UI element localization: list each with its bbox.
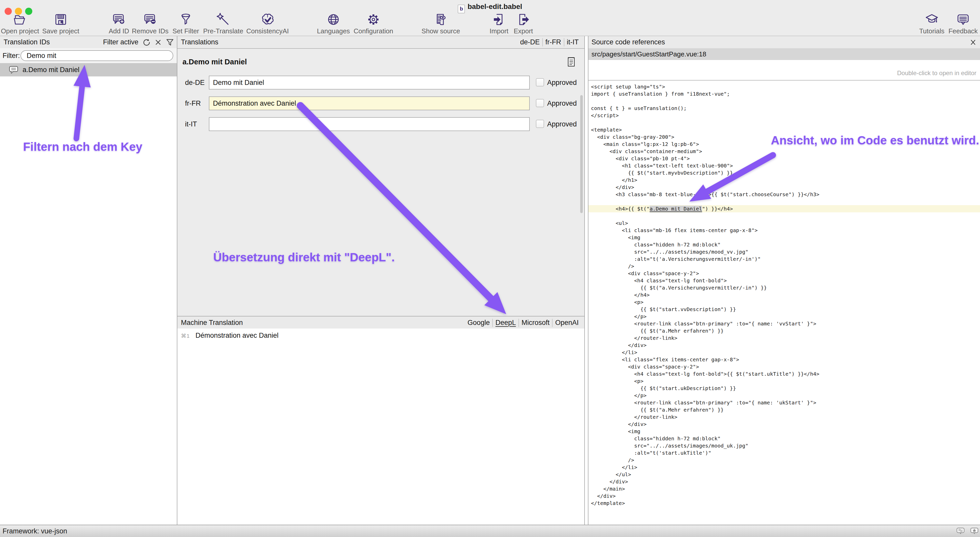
code-line: <div class="space-y-2">: [589, 270, 980, 277]
export-icon: [516, 12, 530, 27]
filter-input[interactable]: [21, 50, 173, 61]
export-button[interactable]: Export: [495, 12, 552, 35]
refresh-icon[interactable]: [142, 38, 151, 47]
approved-label: Approved: [547, 99, 577, 107]
approved-checkbox-de[interactable]: [536, 78, 544, 86]
file-reference: src/pages/start/GuestStartPage.vue:18: [592, 50, 706, 58]
source-code-panel: Source code references src/pages/start/G…: [588, 36, 980, 525]
translation-ids-header: Translation IDs Filter active: [0, 36, 177, 49]
code-line: <h1 class="text-left text-blue-900">: [589, 162, 980, 169]
approved-label: Approved: [547, 120, 577, 128]
lang-tab-fr[interactable]: fr-FR: [543, 38, 563, 46]
code-line: <div class="container-medium">: [589, 148, 980, 155]
filter-funnel-icon[interactable]: [165, 38, 174, 47]
code-line: </div>: [589, 492, 980, 500]
code-lines: <script setup lang="ts">import { useTran…: [589, 83, 980, 507]
lang-label: fr-FR: [185, 99, 200, 107]
translation-id-item[interactable]: a.Demo mit Daniel: [0, 63, 177, 76]
feedback-bubble-icon: [956, 12, 970, 27]
translation-input-fr[interactable]: [209, 96, 530, 110]
code-line: {{ $t("start.myvbvDescription") }}: [589, 169, 980, 177]
translation-input-it[interactable]: [209, 117, 530, 131]
code-line: const { t } = useTranslation();: [589, 105, 980, 112]
machine-translation-header: Machine Translation Google DeepL Microso…: [177, 316, 584, 330]
panel-title: Source code references: [592, 38, 665, 46]
mt-tab-openai[interactable]: OpenAI: [552, 319, 581, 327]
save-project-button[interactable]: Save project: [33, 12, 89, 35]
code-line: <router-link class="btn-primary" :to="{ …: [589, 399, 980, 406]
close-panel-icon[interactable]: [969, 38, 977, 46]
mt-tab-microsoft[interactable]: Microsoft: [519, 319, 552, 327]
code-line: />: [589, 263, 980, 270]
code-line: <div class="pb-10 pt-4">: [589, 155, 980, 162]
translation-row-fr: fr-FR Approved: [177, 96, 584, 110]
mt-tab-deepl[interactable]: DeepL: [493, 319, 519, 327]
mt-tab-google[interactable]: Google: [465, 319, 492, 327]
code-line: <h4 class="text-lg font-bold">{{ $t("sta…: [589, 370, 980, 378]
lang-label: de-DE: [185, 79, 205, 87]
translations-header: Translations de-DE fr-FR it-IT: [177, 36, 584, 49]
code-line: <div class="space-y-2">: [589, 363, 980, 370]
code-line: </main>: [589, 485, 980, 492]
waves-bubble-icon[interactable]: [956, 527, 965, 535]
code-line: <main class="lg:px-12 lg:pb-6">: [589, 140, 980, 148]
gear-icon: [366, 12, 380, 27]
code-line: :alt="t('start.ukTitle')": [589, 449, 980, 456]
consistency-ai-button[interactable]: ConsistencyAI: [239, 12, 296, 35]
translation-id-label: a.Demo mit Daniel: [22, 66, 80, 74]
lang-tab-it[interactable]: it-IT: [564, 38, 581, 46]
mt-result-text: Démonstration avec Daniel: [196, 331, 278, 339]
machine-translation-body: ⌘1 Démonstration avec Daniel: [177, 328, 584, 525]
code-line: src="../../assets/images/mood_vv.jpg": [589, 248, 980, 255]
code-line: [589, 212, 980, 220]
doc-eye-icon: [434, 12, 448, 27]
panel-title: Translation IDs: [3, 38, 50, 46]
code-line: <h4 class="text-lg font-bold">: [589, 277, 980, 284]
code-line: <img: [589, 234, 980, 241]
code-line: {{ $t("start.ukDescription") }}: [589, 385, 980, 392]
scrollbar-thumb[interactable]: [580, 95, 583, 213]
notes-icon[interactable]: [567, 57, 575, 67]
code-line: class="hidden h-72 md:block": [589, 241, 980, 248]
file-reference-row[interactable]: src/pages/start/GuestStartPage.vue:18: [589, 48, 980, 60]
framework-status: Framework: vue-json: [3, 527, 67, 535]
star-bubble-icon[interactable]: [970, 527, 978, 535]
code-line: </script>: [589, 112, 980, 119]
save-floppy-icon: [54, 12, 68, 27]
approved-checkbox-fr[interactable]: [536, 99, 544, 107]
code-line: </router-link>: [589, 335, 980, 342]
code-line: {{ $t("a.Versicherungsvermittler/-in") }…: [589, 284, 980, 291]
code-line: </template>: [589, 500, 980, 507]
code-line: <div class="bg-gray-200">: [589, 133, 980, 140]
code-line: </h1>: [589, 177, 980, 183]
code-line: </div>: [589, 183, 980, 191]
translation-ids-panel: Translation IDs Filter active Filter: a.…: [0, 36, 177, 525]
open-folder-icon: [13, 12, 27, 27]
code-line: <li class="flex items-center gap-x-8">: [589, 356, 980, 363]
code-line: class="hidden h-72 md:block": [589, 435, 980, 442]
translation-input-de[interactable]: [209, 76, 530, 89]
titlebar: bbabel-edit.babel Open project Save proj…: [0, 0, 980, 36]
configuration-button[interactable]: Configuration: [345, 12, 402, 35]
open-in-editor-hint: Double-click to open in editor: [897, 70, 977, 76]
code-line: />: [589, 456, 980, 464]
comment-bubble-icon: [9, 66, 19, 74]
approved-label: Approved: [547, 79, 577, 87]
code-line: <p>: [589, 378, 980, 385]
clear-filter-icon[interactable]: [154, 38, 162, 46]
filter-label: Filter:: [3, 52, 20, 60]
panel-title: Machine Translation: [181, 319, 243, 327]
window-title: bbabel-edit.babel: [0, 3, 980, 13]
code-line: </div>: [589, 421, 980, 428]
code-line: :alt="t('a.Versicherungsvermittler/-in')…: [589, 255, 980, 263]
lang-tab-de[interactable]: de-DE: [517, 38, 542, 46]
mt-result-row[interactable]: ⌘1 Démonstration avec Daniel: [177, 331, 278, 339]
approved-checkbox-it[interactable]: [536, 120, 544, 128]
code-line: {{ $t("a.Mehr erfahren") }}: [589, 406, 980, 413]
feedback-button[interactable]: Feedback: [935, 12, 980, 35]
babel-file-icon: b: [458, 5, 465, 13]
code-line: [589, 119, 980, 126]
brain-check-icon: [260, 12, 275, 27]
code-line: <ul>: [589, 220, 980, 227]
show-source-button[interactable]: Show source: [413, 12, 469, 35]
